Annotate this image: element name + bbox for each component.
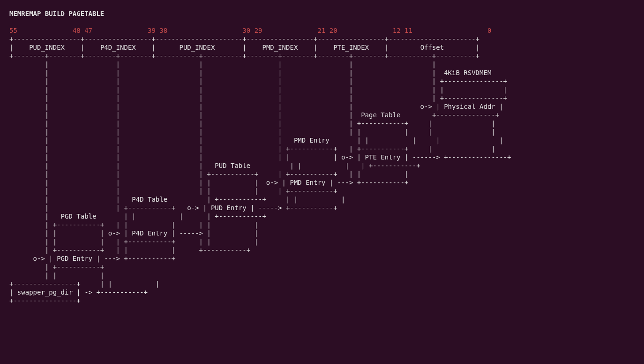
bit-0: 0 [487,27,491,34]
bit-39: 39 [148,27,156,34]
label-pteentry: PTE Entry [365,153,401,161]
field-pte-index: PTE_INDEX [333,44,369,51]
pagetable-diagram: MEMREMAP BUILD PAGETABLE 55 48 47 39 38 … [0,0,644,314]
label-pmdentry: PMD Entry [290,179,325,186]
bit-48: 48 [73,27,81,34]
field-p4d-index: P4D_INDEX [100,44,136,51]
label-p4dtable: P4D Table [132,196,167,203]
diagram-title: MEMREMAP BUILD PAGETABLE [9,10,104,17]
bit-12: 12 [393,27,401,34]
bit-47: 47 [84,27,92,34]
label-pmdentry-lbl: PMD Entry [294,136,329,144]
label-pgdentry: PGD Entry [57,255,92,262]
bit-30: 30 [242,27,250,34]
bit-38: 38 [159,27,167,34]
field-pud-index-2: PUD_INDEX [179,44,215,51]
bit-21: 21 [318,27,326,34]
label-physaddr: Physical Addr [444,103,495,110]
field-pud-index: PUD_INDEX [29,44,65,51]
bit-20: 20 [329,27,337,34]
label-swapper: swapper_pg_dir [17,288,73,296]
label-pudtable: PUD Table [215,162,250,169]
bit-11: 11 [404,27,412,34]
label-rsvdmem: 4KiB RSVDMEM [444,69,491,76]
label-pudentry: PUD Entry [211,204,247,212]
label-pagetable: Page Table [361,111,400,119]
label-pgdtable: PGD Table [61,212,97,220]
label-p4dentry: P4D Entry [132,229,167,237]
bit-29: 29 [255,27,262,34]
field-pmd-index: PMD_INDEX [262,44,298,51]
field-offset: Offset [420,44,444,51]
bit-55: 55 [9,27,17,34]
